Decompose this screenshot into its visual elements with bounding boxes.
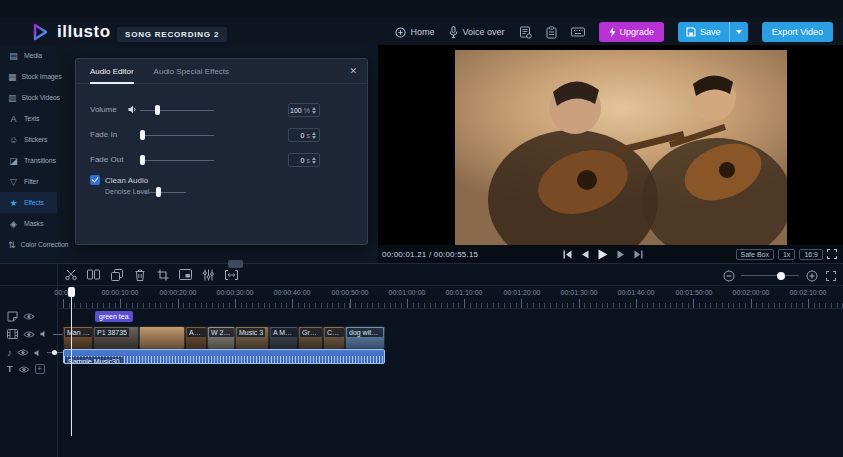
upgrade-button[interactable]: Upgrade [599,22,665,42]
ruler-time-label: 00:01:50:00 [676,289,713,296]
script-settings-button[interactable] [519,26,532,39]
sidebar-item-label: Masks [24,220,43,227]
chevron-down-icon [736,30,742,34]
sidebar-item[interactable]: ▦ Stock Images [0,66,57,87]
audio-clip[interactable]: Sample Music30 [63,349,385,364]
fade-in-slider-thumb[interactable] [140,130,145,140]
voice-over-button[interactable]: Voice over [449,26,505,38]
video-clip-label: Confiden [325,328,344,337]
shortcuts-button[interactable] [571,27,585,37]
skip-start-button[interactable] [563,250,572,259]
cut-button[interactable] [64,267,77,282]
sidebar-item[interactable]: ▽ Filter [0,171,57,192]
project-name[interactable]: SONG RECORDING 2 [117,27,227,42]
video-clip[interactable]: W 29/91 [207,326,235,349]
stepper-up-icon [312,107,316,110]
video-clip[interactable]: Confiden [323,326,345,349]
logo[interactable]: illusto [30,22,111,42]
ruler-time-label: 00:00:40:00 [274,289,311,296]
timeline-zoom-knob[interactable] [777,272,785,280]
transport-controls [563,249,643,260]
ruler-time-label: 00:01:20:00 [504,289,541,296]
audio-mixer-button[interactable] [202,267,215,282]
ruler-time-label: 00:01:40:00 [618,289,655,296]
sticker-clip[interactable]: green tea [95,311,133,322]
timeline-ruler[interactable]: 00:00 00:00:10:00 00:00:20:00 00:00:30:0… [57,286,843,309]
video-clip[interactable]: Authentic [185,326,207,349]
safe-box-button[interactable]: Safe Box [736,249,774,260]
add-track-button[interactable]: + [35,364,45,374]
video-clip-label: A Man in [271,328,297,337]
split-button[interactable] [87,267,100,282]
fullscreen-icon[interactable] [827,249,837,259]
fit-timeline-icon[interactable] [824,268,837,283]
fade-in-value-box[interactable]: 0 s [288,128,320,142]
audio-panel-tab[interactable]: Audio Special Effects [154,59,229,84]
timeline-zoom-slider[interactable] [741,275,799,276]
denoise-slider[interactable] [139,192,186,193]
fade-out-stepper[interactable] [312,157,316,164]
video-clip-label: Authentic [187,328,206,337]
fade-in-slider[interactable] [140,135,214,136]
sidebar-item[interactable]: A Texts [0,108,57,129]
video-clip[interactable]: dog with fish [345,326,385,349]
video-track-visibility-toggle[interactable] [23,330,35,339]
aspect-ratio-button[interactable]: 16:9 [799,249,823,260]
video-preview[interactable] [455,50,787,245]
text-track-visibility-toggle[interactable] [18,365,30,374]
sidebar-item[interactable]: ⇅ Color Correction [0,234,57,255]
video-track-mute-toggle[interactable] [40,330,48,338]
fade-out-slider-thumb[interactable] [140,155,145,165]
export-video-button[interactable]: Export Video [762,22,833,42]
playhead-handle[interactable] [68,287,75,297]
text-track-header: T + [0,364,45,374]
zoom-in-icon[interactable] [805,268,818,283]
fade-in-unit: s [307,132,311,139]
denoise-slider-thumb[interactable] [156,187,161,197]
video-clip[interactable]: Man Pla [63,326,93,349]
video-clip-label: Man Pla [65,328,92,337]
close-icon[interactable]: ✕ [349,66,357,76]
sidebar-item-icon: ▽ [8,177,19,187]
fade-out-slider[interactable] [140,160,214,161]
frame-forward-button[interactable] [617,250,625,259]
sidebar-item[interactable]: ◪ Transitions [0,150,57,171]
volume-value-box[interactable]: 100 % [288,103,320,117]
fade-out-value-box[interactable]: 0 s [288,153,320,167]
sidebar-item[interactable]: ◈ Masks [0,213,57,234]
save-options-caret[interactable] [729,22,748,42]
frame-back-button[interactable] [581,250,589,259]
video-clip[interactable]: Group of [298,326,323,349]
crop-button[interactable] [156,267,169,282]
audio-track-mute-toggle[interactable] [34,349,42,357]
zoom-out-icon[interactable] [722,268,735,283]
project-assets-button[interactable] [546,26,557,39]
audio-panel-tab[interactable]: Audio Editor [90,59,134,84]
video-clip[interactable]: A Man in [269,326,298,349]
denoise-row: Denoise Level [76,187,367,201]
range-select-button[interactable] [225,267,238,282]
picture-in-picture-button[interactable] [179,267,192,282]
volume-slider-thumb[interactable] [155,105,160,115]
skip-end-button[interactable] [634,250,643,259]
video-clip[interactable]: Music 3 [235,326,269,349]
volume-stepper[interactable] [312,107,316,114]
home-button[interactable]: Home [395,27,435,38]
sidebar-item[interactable]: ☺ Stickers [0,129,57,150]
play-button[interactable] [598,249,608,260]
sidebar-item[interactable]: ▥ Stock Videos [0,87,57,108]
sidebar-item[interactable]: ★ Effects [0,192,57,213]
audio-track-visibility-toggle[interactable] [17,348,29,357]
delete-button[interactable] [133,267,146,282]
sticker-track-visibility-toggle[interactable] [23,312,35,321]
sidebar-item[interactable]: ▤ Media [0,45,57,66]
volume-slider[interactable] [140,110,214,111]
video-clip[interactable] [139,326,185,349]
clean-audio-checkbox[interactable] [90,175,100,185]
fade-in-stepper[interactable] [312,132,316,139]
playback-speed-button[interactable]: 1x [778,249,795,260]
microphone-icon [449,26,458,38]
duplicate-button[interactable] [110,267,123,282]
video-clip[interactable]: P1 38735 [93,326,139,349]
save-button[interactable]: Save [678,22,729,42]
